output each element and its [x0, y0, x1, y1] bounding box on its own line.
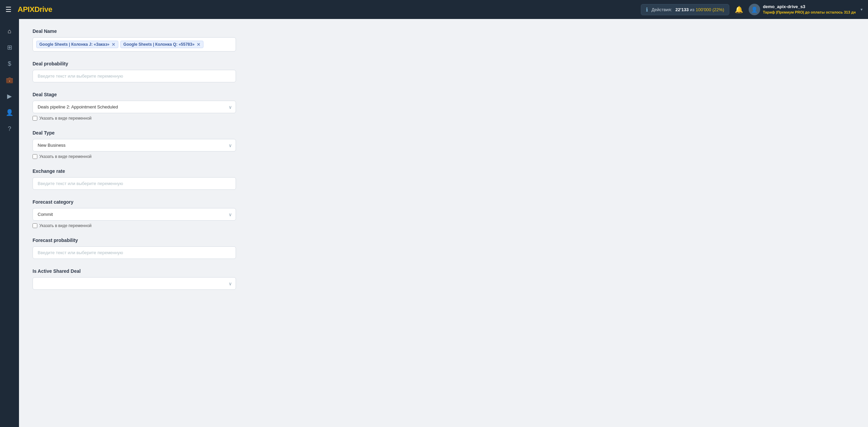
deal-probability-input[interactable] [33, 70, 236, 82]
deal-name-group: Deal Name Google Sheets | Колонка J: «За… [33, 28, 311, 52]
user-name: demo_apix-drive_s3 [763, 4, 856, 10]
deal-name-label: Deal Name [33, 28, 311, 34]
deal-stage-label: Deal Stage [33, 92, 311, 97]
deal-type-group: Deal Type New BusinessExisting Business … [33, 130, 311, 159]
forecast-category-label: Forecast category [33, 199, 311, 205]
deal-probability-label: Deal probability [33, 61, 311, 66]
forecast-category-select[interactable]: CommitBest CasePipelineOmitted [33, 208, 236, 221]
logo-drive: Drive [34, 5, 52, 14]
deal-stage-checkbox[interactable] [33, 116, 37, 121]
briefcase-icon: 💼 [6, 76, 13, 84]
forecast-probability-group: Forecast probability [33, 238, 311, 259]
deal-stage-checkbox-row: Указать в виде переменной [33, 116, 311, 121]
is-active-shared-deal-group: Is Active Shared Deal ∨ [33, 268, 311, 290]
tag-chip-2-text: Google Sheets | Колонка Q: «55783» [123, 42, 195, 47]
actions-pct: (22%) [712, 7, 724, 12]
sidebar-item-media[interactable]: ▶ [3, 89, 16, 103]
deal-stage-select-wrapper: Deals pipeline 2: Appointment ScheduledD… [33, 101, 236, 113]
top-header: ☰ APIXDrive ℹ Действия: 22'133 из 100'00… [0, 0, 868, 19]
actions-used: 22'133 [675, 7, 689, 12]
main-wrapper: Deal Name Google Sheets | Колонка J: «За… [19, 19, 868, 427]
grid-icon: ⊞ [7, 44, 12, 51]
forecast-category-group: Forecast category CommitBest CasePipelin… [33, 199, 311, 228]
tag-chip-2-remove[interactable]: ✕ [197, 42, 200, 47]
question-icon: ? [8, 125, 11, 133]
avatar: 👤 [749, 4, 760, 15]
is-active-shared-deal-label: Is Active Shared Deal [33, 268, 311, 274]
tag-chip-1: Google Sheets | Колонка J: «Заказ» ✕ [36, 41, 118, 48]
exchange-rate-input[interactable] [33, 177, 236, 190]
sidebar-item-billing[interactable]: $ [3, 57, 16, 70]
hamburger-icon[interactable]: ☰ [5, 5, 12, 14]
content-area: Deal Name Google Sheets | Колонка J: «За… [19, 19, 324, 313]
tag-chip-1-remove[interactable]: ✕ [112, 42, 115, 47]
dollar-icon: $ [8, 60, 11, 67]
logo-text: APIXDrive [18, 5, 52, 14]
tag-chip-1-text: Google Sheets | Колонка J: «Заказ» [39, 42, 110, 47]
deal-probability-group: Deal probability [33, 61, 311, 82]
deal-type-label: Deal Type [33, 130, 311, 136]
sidebar-item-tasks[interactable]: 💼 [3, 73, 16, 87]
logo-area: ☰ APIXDrive [5, 5, 52, 14]
header-actions: ℹ Действия: 22'133 из 100'000 (22%) 🔔 👤 … [641, 4, 863, 15]
actions-quota: 22'133 из 100'000 (22%) [675, 7, 724, 12]
exchange-rate-label: Exchange rate [33, 168, 311, 174]
actions-label: Действия: [651, 7, 672, 12]
forecast-probability-label: Forecast probability [33, 238, 311, 243]
deal-name-tags[interactable]: Google Sheets | Колонка J: «Заказ» ✕ Goo… [33, 37, 236, 52]
actions-badge[interactable]: ℹ Действия: 22'133 из 100'000 (22%) [641, 4, 729, 15]
exchange-rate-group: Exchange rate [33, 168, 311, 190]
deal-stage-group: Deal Stage Deals pipeline 2: Appointment… [33, 92, 311, 121]
user-info: demo_apix-drive_s3 Тариф |Премиум PRO| д… [763, 4, 856, 15]
forecast-category-checkbox-row: Указать в виде переменной [33, 223, 311, 228]
tag-chip-2: Google Sheets | Колонка Q: «55783» ✕ [120, 41, 203, 48]
logo-api: API [18, 5, 29, 14]
home-icon: ⌂ [8, 28, 12, 35]
sidebar: ⌂ ⊞ $ 💼 ▶ 👤 ? [0, 19, 19, 427]
deal-stage-select[interactable]: Deals pipeline 2: Appointment ScheduledD… [33, 101, 236, 113]
actions-total: 100'000 [696, 7, 711, 12]
chevron-down-icon: ▾ [861, 7, 863, 12]
user-area[interactable]: 👤 demo_apix-drive_s3 Тариф |Премиум PRO|… [749, 4, 863, 15]
deal-type-checkbox[interactable] [33, 154, 37, 159]
deal-stage-checkbox-label[interactable]: Указать в виде переменной [39, 116, 92, 121]
forecast-category-checkbox[interactable] [33, 223, 37, 228]
sidebar-item-home[interactable]: ⌂ [3, 24, 16, 38]
play-icon: ▶ [7, 93, 12, 100]
deal-type-select[interactable]: New BusinessExisting Business [33, 139, 236, 151]
user-icon: 👤 [6, 109, 13, 116]
deal-type-select-wrapper: New BusinessExisting Business ∨ [33, 139, 236, 151]
is-active-shared-deal-select[interactable] [33, 277, 236, 290]
sidebar-item-profile[interactable]: 👤 [3, 106, 16, 119]
sidebar-item-help[interactable]: ? [3, 122, 16, 136]
is-active-shared-deal-select-wrapper: ∨ [33, 277, 236, 290]
actions-separator: из [690, 7, 696, 12]
forecast-probability-input[interactable] [33, 246, 236, 259]
forecast-category-checkbox-label[interactable]: Указать в виде переменной [39, 223, 92, 228]
avatar-icon: 👤 [751, 6, 758, 13]
sidebar-item-connections[interactable]: ⊞ [3, 41, 16, 54]
logo-x: X [29, 5, 34, 14]
info-icon: ℹ [646, 6, 648, 13]
notifications-bell[interactable]: 🔔 [735, 5, 743, 14]
deal-type-checkbox-label[interactable]: Указать в виде переменной [39, 154, 92, 159]
deal-type-checkbox-row: Указать в виде переменной [33, 154, 311, 159]
user-plan: Тариф |Премиум PRO| до оплаты осталось 3… [763, 10, 856, 15]
forecast-category-select-wrapper: CommitBest CasePipelineOmitted ∨ [33, 208, 236, 221]
